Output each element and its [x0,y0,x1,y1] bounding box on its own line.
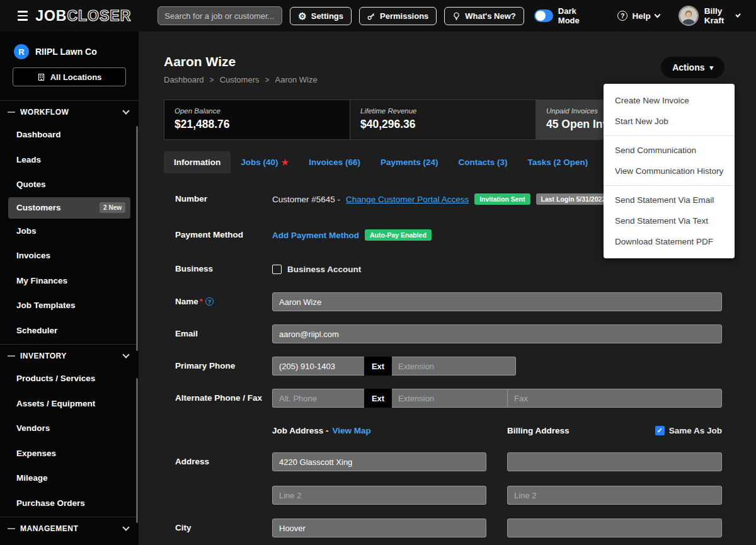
sidebar-item-my-finances[interactable]: My Finances [0,268,139,294]
logo-job: JOB [35,8,67,25]
tab-jobs[interactable]: Jobs (40)★ [231,151,299,173]
company-name: RIIPL Lawn Co [35,47,97,57]
stat-lifetime-revenue: Lifetime Revenue $40,296.36 [350,100,536,139]
stat-value: $40,296.36 [360,118,525,131]
sidebar-item-expenses[interactable]: Expenses [0,441,139,466]
menu-item-view-communication-history[interactable]: View Communication History [604,161,735,181]
name-label: Name [175,297,198,306]
address-label: Address [175,456,272,468]
page-title: Aaron Wize [164,54,722,69]
invitation-sent-badge: Invitation Sent [474,193,530,205]
inventory-items: Products / Services Assets / Equipment V… [0,366,139,515]
sidebar-item-invoices[interactable]: Invoices [0,243,139,268]
sidebar-section-inventory[interactable]: INVENTORY [0,345,139,366]
dark-mode-toggle[interactable] [534,9,553,22]
add-payment-method-link[interactable]: Add Payment Method [272,231,359,240]
alternate-phone-fax-row: Alternate Phone / Fax Ext [164,389,722,408]
tab-invoices[interactable]: Invoices (66) [299,151,370,173]
extension-input[interactable] [392,357,516,376]
view-map-link[interactable]: View Map [333,426,371,435]
menu-item-download-statement-pdf[interactable]: Download Statement PDF [604,231,735,252]
business-row: Business Business Account [164,260,722,278]
sidebar-item-scheduler[interactable]: Scheduler [0,318,139,343]
job-city-input[interactable] [272,519,486,537]
tab-tasks[interactable]: Tasks (2 Open) [518,151,598,173]
menu-item-send-statement-via-email[interactable]: Send Statement Via Email [604,190,735,210]
required-asterisk: * [200,297,203,306]
alternate-phone-fax-label: Alternate Phone / Fax [175,393,272,404]
sidebar-item-products-services[interactable]: Products / Services [0,366,139,391]
fax-input[interactable] [507,389,722,408]
menu-icon[interactable] [18,11,28,21]
email-row: Email [164,324,722,343]
sidebar-item-assets-equipment[interactable]: Assets / Equipment [0,391,139,416]
extension-input[interactable] [392,389,516,408]
breadcrumb-customers[interactable]: Customers [220,75,260,84]
address-row: Address [164,452,722,471]
chevron-down-icon [735,12,741,18]
primary-phone-input[interactable] [272,357,364,376]
sidebar-scrollbar[interactable] [136,126,138,351]
sidebar-item-dashboard[interactable]: Dashboard [0,122,139,147]
dash-icon [8,355,15,357]
alt-phone-input[interactable] [272,389,364,408]
business-account-checkbox[interactable] [272,265,282,274]
caret-down-icon: ▾ [709,64,713,72]
primary-phone-row: Primary Phone Ext [164,357,722,376]
tab-payments[interactable]: Payments (24) [370,151,449,173]
sidebar-scrollbar[interactable] [136,378,138,523]
sidebar-item-quotes[interactable]: Quotes [0,172,139,197]
sidebar-item-purchase-orders[interactable]: Purchase Orders [0,491,139,516]
all-locations-label: All Locations [50,72,102,82]
tab-contacts[interactable]: Contacts (3) [449,151,518,173]
user-name: Billy Kraft [704,6,731,25]
change-portal-access-link[interactable]: Change Customer Portal Access [346,195,469,204]
app-logo: JOB CLOSER [35,8,131,25]
section-label: WORKFLOW [20,108,69,117]
billing-address-input[interactable] [507,452,722,471]
sidebar-section-workflow[interactable]: WORKFLOW [0,101,139,122]
email-input[interactable] [272,324,722,343]
name-row: Name*? [164,292,722,311]
sidebar-item-vendors[interactable]: Vendors [0,416,139,441]
menu-item-send-statement-via-text[interactable]: Send Statement Via Text [604,210,735,231]
search-input[interactable] [158,6,282,25]
name-help-icon[interactable]: ? [205,297,214,306]
billing-line2-input[interactable] [507,486,722,505]
job-line2-input[interactable] [272,486,486,505]
settings-button[interactable]: ⚙ Settings [290,7,352,25]
breadcrumb-dashboard[interactable]: Dashboard [164,75,204,84]
all-locations-button[interactable]: All Locations [13,67,126,86]
job-address-input[interactable] [272,452,486,471]
top-navbar: JOB CLOSER ⚙ Settings Permissions What's… [0,0,756,32]
help-label: Help [632,11,650,21]
sidebar-section-management[interactable]: MANAGEMENT [0,517,139,539]
same-as-job-checkbox[interactable]: ✓ [655,426,665,435]
sidebar-item-leads[interactable]: Leads [0,147,139,173]
primary-phone-label: Primary Phone [175,360,272,372]
billing-address-label: Billing Address [507,426,570,435]
sidebar-item-customers[interactable]: Customers 2 New [8,197,130,219]
menu-divider [604,185,735,186]
payment-method-label: Payment Method [175,229,272,241]
whats-new-button[interactable]: What's New? [444,7,524,25]
breadcrumb-current: Aaron Wize [275,75,318,84]
user-menu[interactable]: Billy Kraft [679,6,740,26]
ext-label: Ext [364,357,392,376]
menu-item-send-communication[interactable]: Send Communication [604,140,735,161]
help-menu[interactable]: ? Help [617,11,659,21]
actions-button[interactable]: Actions ▾ [661,57,724,78]
chevron-down-icon [122,107,129,114]
autopay-enabled-badge: Auto-Pay Enabled [365,229,432,241]
billing-city-input[interactable] [507,519,722,537]
permissions-button[interactable]: Permissions [359,7,437,25]
stat-open-balance: Open Balance $21,488.76 [164,100,350,139]
sidebar-item-mileage[interactable]: Mileage [0,466,139,491]
name-input[interactable] [272,292,722,311]
dark-mode-control: Dark Mode [534,6,592,25]
menu-item-create-new-invoice[interactable]: Create New Invoice [604,90,735,111]
tab-information[interactable]: Information [164,151,231,173]
menu-item-start-new-job[interactable]: Start New Job [604,111,735,132]
sidebar-item-job-templates[interactable]: Job Templates [0,293,139,318]
sidebar-item-jobs[interactable]: Jobs [0,219,139,244]
